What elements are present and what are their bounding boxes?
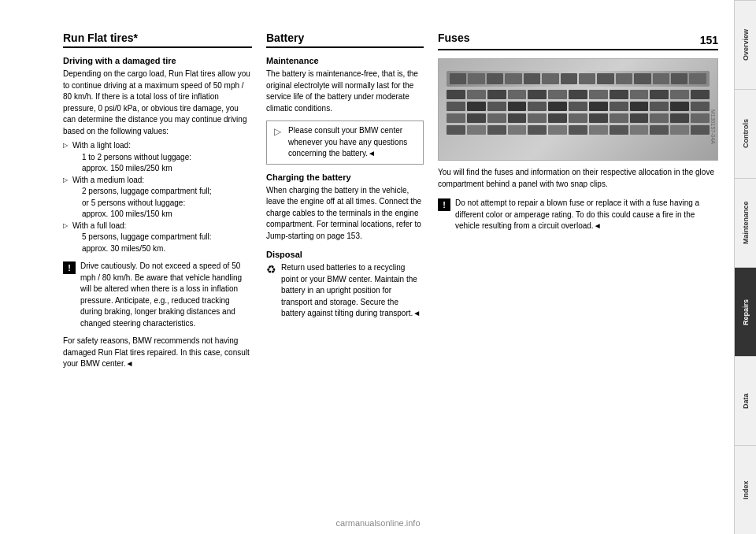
columns: Run Flat tires* Driving with a damaged t…: [63, 32, 718, 518]
recycle-icon: ♻: [266, 263, 276, 276]
run-flat-warning-text: Drive cautiously. Do not exceed a speed …: [80, 261, 252, 329]
bullet-item-2: With a medium load: 2 persons, luggage c…: [63, 175, 252, 221]
image-label: M130157-04A: [710, 109, 716, 144]
battery-title: Battery: [266, 32, 424, 48]
fuse-panel-image: M130157-04A: [438, 58, 718, 161]
sidebar-tab-overview[interactable]: Overview: [735, 0, 756, 89]
bullet-list: With a light load: 1 to 2 persons withou…: [63, 140, 252, 254]
run-flat-warning: ! Drive cautiously. Do not exceed a spee…: [63, 261, 252, 329]
fuse-warning: ! Do not attempt to repair a blown fuse …: [438, 198, 718, 232]
page-wrapper: Run Flat tires* Driving with a damaged t…: [0, 0, 756, 534]
disposal-text: Return used batteries to a recycling poi…: [281, 262, 424, 320]
driving-heading: Driving with a damaged tire: [63, 56, 252, 65]
run-flat-title: Run Flat tires*: [63, 32, 252, 48]
col-run-flat: Run Flat tires* Driving with a damaged t…: [63, 32, 252, 518]
fuse-panel-graphic: M130157-04A: [439, 59, 717, 160]
sidebar-tab-repairs[interactable]: Repairs: [735, 267, 756, 356]
footer-text: carmanualsonline.info: [335, 518, 420, 528]
sidebar-tab-data[interactable]: Data: [735, 356, 756, 445]
warning-icon-2: !: [438, 198, 450, 211]
note-icon: ▷: [271, 125, 284, 138]
charging-text: When charging the battery in the vehicle…: [266, 185, 424, 243]
bullet-label-3: With a full load:: [72, 221, 126, 230]
battery-note: ▷ Please consult your BMW center wheneve…: [266, 121, 424, 165]
bullet-sub-1: 1 to 2 persons without luggage:approx. 1…: [72, 152, 252, 175]
bullet-item-3: With a full load: 5 persons, luggage com…: [63, 221, 252, 255]
col-battery: Battery Maintenance The battery is maint…: [266, 32, 424, 518]
maintenance-heading: Maintenance: [266, 56, 424, 65]
sidebar-tab-controls[interactable]: Controls: [735, 89, 756, 178]
sidebar-tab-maintenance[interactable]: Maintenance: [735, 178, 756, 267]
bullet-item-1: With a light load: 1 to 2 persons withou…: [63, 140, 252, 175]
disposal-heading: Disposal: [266, 250, 424, 259]
battery-note-text: Please consult your BMW center whenever …: [288, 125, 419, 160]
bullet-label-1: With a light load:: [72, 141, 131, 150]
fuse-warning-text: Do not attempt to repair a blown fuse or…: [455, 198, 718, 232]
fuses-title: Fuses: [438, 32, 469, 46]
bullet-label-2: With a medium load:: [72, 176, 144, 184]
disposal-row: ♻ Return used batteries to a recycling p…: [266, 262, 424, 320]
maintenance-text: The battery is maintenance-free, that is…: [266, 69, 424, 114]
driving-text: Depending on the cargo load, Run Flat ti…: [63, 69, 252, 137]
main-content: Run Flat tires* Driving with a damaged t…: [0, 0, 734, 534]
bullet-sub-2: 2 persons, luggage compartment full;or 5…: [72, 186, 252, 221]
sidebar: Overview Controls Maintenance Repairs Da…: [734, 0, 756, 534]
charging-heading: Charging the battery: [266, 172, 424, 182]
page-number: 151: [700, 34, 718, 46]
fuses-title-row: Fuses 151: [438, 32, 718, 50]
footer-watermark: carmanualsonline.info: [0, 518, 756, 528]
fuse-text: You will find the fuses and information …: [438, 167, 718, 190]
warning-icon-1: !: [63, 261, 76, 274]
bullet-sub-3: 5 persons, luggage compartment full:appr…: [72, 232, 252, 254]
col-fuses: Fuses 151: [438, 32, 718, 518]
safety-text: For safety reasons, BMW recommends not h…: [63, 336, 252, 370]
